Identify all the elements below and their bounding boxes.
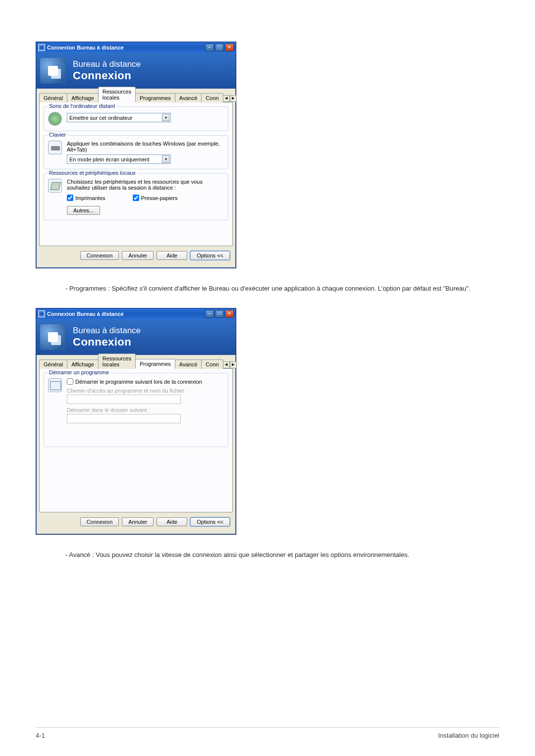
devices-desc: Choisissez les périphériques et les ress… bbox=[67, 179, 224, 191]
keyboard-desc: Appliquer les combinaisons de touches Wi… bbox=[67, 141, 224, 152]
cancel-button[interactable]: Annuler bbox=[122, 251, 154, 260]
tab-general[interactable]: Général bbox=[39, 93, 67, 102]
sound-select-value: Emettre sur cet ordinateur bbox=[69, 115, 132, 121]
group-start-program: Démarrer un programme Démarrer le progra… bbox=[44, 373, 228, 447]
tab-scroll-right-icon[interactable]: ► bbox=[230, 361, 237, 368]
group-keyboard: Clavier Appliquer les combinaisons de to… bbox=[44, 135, 228, 169]
rdp-window-resources: Connexion Bureau à distance – □ × Bureau… bbox=[36, 42, 236, 268]
footer-right: Installation du logiciel bbox=[438, 732, 499, 739]
tab-affichage[interactable]: Affichage bbox=[67, 93, 99, 102]
group-devices-label: Ressources et périphériques locaux bbox=[48, 170, 137, 176]
tab-programmes[interactable]: Programmes bbox=[135, 359, 175, 369]
window-title: Connexion Bureau à distance bbox=[47, 45, 205, 50]
program-icon bbox=[48, 378, 62, 392]
banner-line1: Bureau à distance bbox=[73, 326, 141, 336]
maximize-button[interactable]: □ bbox=[215, 310, 224, 318]
devices-icon bbox=[48, 179, 62, 193]
caption-programmes: - Programmes : Spécifiez s'il convient d… bbox=[65, 284, 499, 293]
group-keyboard-label: Clavier bbox=[48, 132, 67, 138]
page-footer: 4-1 Installation du logiciel bbox=[36, 727, 499, 739]
app-icon bbox=[38, 44, 45, 51]
tab-avance[interactable]: Avancé bbox=[175, 359, 202, 369]
caption-avance: - Avancé : Vous pouvez choisir la vitess… bbox=[65, 551, 499, 559]
tab-panel-ressources: Sons de l'ordinateur distant Emettre sur… bbox=[39, 102, 233, 246]
printers-checkbox-input[interactable] bbox=[67, 195, 73, 201]
clipboard-checkbox[interactable]: Presse-papiers bbox=[133, 195, 178, 201]
tab-ressources[interactable]: Ressources locales bbox=[98, 87, 136, 102]
tab-scroll-right-icon[interactable]: ► bbox=[230, 95, 237, 102]
tabstrip: Général Affichage Ressources locales Pro… bbox=[39, 358, 233, 369]
program-path-field[interactable] bbox=[67, 395, 181, 404]
group-sound: Sons de l'ordinateur distant Emettre sur… bbox=[44, 106, 228, 131]
tab-conn[interactable]: Conn bbox=[201, 93, 223, 102]
footer-left: 4-1 bbox=[36, 732, 45, 739]
banner: Bureau à distance Connexion bbox=[36, 319, 236, 355]
tab-programmes[interactable]: Programmes bbox=[135, 93, 175, 102]
minimize-button[interactable]: – bbox=[205, 310, 214, 318]
start-program-checkbox[interactable]: Démarrer le programme suivant lors de la… bbox=[67, 378, 224, 385]
tab-panel-programmes: Démarrer un programme Démarrer le progra… bbox=[39, 369, 233, 512]
banner-line2: Connexion bbox=[73, 69, 141, 82]
sound-select[interactable]: Emettre sur cet ordinateur ▾ bbox=[67, 113, 171, 122]
clipboard-checkbox-label: Presse-papiers bbox=[141, 195, 178, 201]
printers-checkbox[interactable]: Imprimantes bbox=[67, 195, 106, 201]
window-title: Connexion Bureau à distance bbox=[47, 311, 205, 317]
help-button[interactable]: Aide bbox=[157, 251, 187, 260]
start-program-checkbox-label: Démarrer le programme suivant lors de la… bbox=[75, 379, 202, 385]
tab-ressources[interactable]: Ressources locales bbox=[98, 353, 136, 369]
minimize-button[interactable]: – bbox=[205, 44, 214, 51]
titlebar[interactable]: Connexion Bureau à distance – □ × bbox=[36, 308, 236, 319]
keyboard-icon bbox=[48, 141, 62, 154]
tab-affichage[interactable]: Affichage bbox=[67, 359, 99, 369]
button-bar: Connexion Annuler Aide Options << bbox=[39, 512, 233, 531]
help-button[interactable]: Aide bbox=[157, 517, 187, 526]
tab-general[interactable]: Général bbox=[39, 359, 67, 369]
program-path-label: Chemin d'accès au programme et nom du fi… bbox=[67, 388, 224, 394]
sound-icon bbox=[48, 112, 62, 126]
group-start-program-label: Démarrer un programme bbox=[48, 369, 110, 375]
rdp-window-programmes: Connexion Bureau à distance – □ × Bureau… bbox=[36, 308, 236, 535]
tab-scroll-left-icon[interactable]: ◄ bbox=[223, 361, 230, 368]
group-devices: Ressources et périphériques locaux Chois… bbox=[44, 173, 228, 220]
titlebar[interactable]: Connexion Bureau à distance – □ × bbox=[36, 42, 236, 53]
tab-conn[interactable]: Conn bbox=[201, 359, 223, 369]
keyboard-select[interactable]: En mode plein écran uniquement ▾ bbox=[67, 154, 171, 164]
chevron-down-icon: ▾ bbox=[162, 155, 169, 163]
tabstrip: Général Affichage Ressources locales Pro… bbox=[39, 92, 233, 102]
cancel-button[interactable]: Annuler bbox=[122, 517, 154, 526]
tab-scroll-left-icon[interactable]: ◄ bbox=[223, 95, 230, 102]
options-button[interactable]: Options << bbox=[190, 517, 230, 526]
printers-checkbox-label: Imprimantes bbox=[75, 195, 106, 201]
close-button[interactable]: × bbox=[225, 310, 234, 318]
chevron-down-icon: ▾ bbox=[162, 114, 169, 121]
connect-button[interactable]: Connexion bbox=[80, 251, 119, 260]
connect-button[interactable]: Connexion bbox=[80, 517, 119, 526]
app-icon bbox=[38, 310, 45, 317]
start-folder-label: Démarrer dans le dossier suivant : bbox=[67, 407, 224, 413]
options-button[interactable]: Options << bbox=[190, 251, 230, 260]
start-folder-field[interactable] bbox=[67, 414, 181, 423]
maximize-button[interactable]: □ bbox=[215, 44, 224, 51]
clipboard-checkbox-input[interactable] bbox=[133, 195, 139, 201]
start-program-checkbox-input[interactable] bbox=[67, 378, 73, 385]
more-button[interactable]: Autres... bbox=[67, 206, 100, 215]
button-bar: Connexion Annuler Aide Options << bbox=[39, 246, 233, 265]
keyboard-select-value: En mode plein écran uniquement bbox=[69, 156, 149, 162]
banner: Bureau à distance Connexion bbox=[36, 53, 236, 89]
close-button[interactable]: × bbox=[225, 44, 234, 51]
banner-line1: Bureau à distance bbox=[73, 59, 141, 69]
rdp-icon bbox=[40, 58, 66, 84]
banner-line2: Connexion bbox=[73, 336, 141, 349]
tab-avance[interactable]: Avancé bbox=[175, 93, 202, 102]
group-sound-label: Sons de l'ordinateur distant bbox=[48, 103, 116, 109]
rdp-icon bbox=[40, 324, 66, 350]
